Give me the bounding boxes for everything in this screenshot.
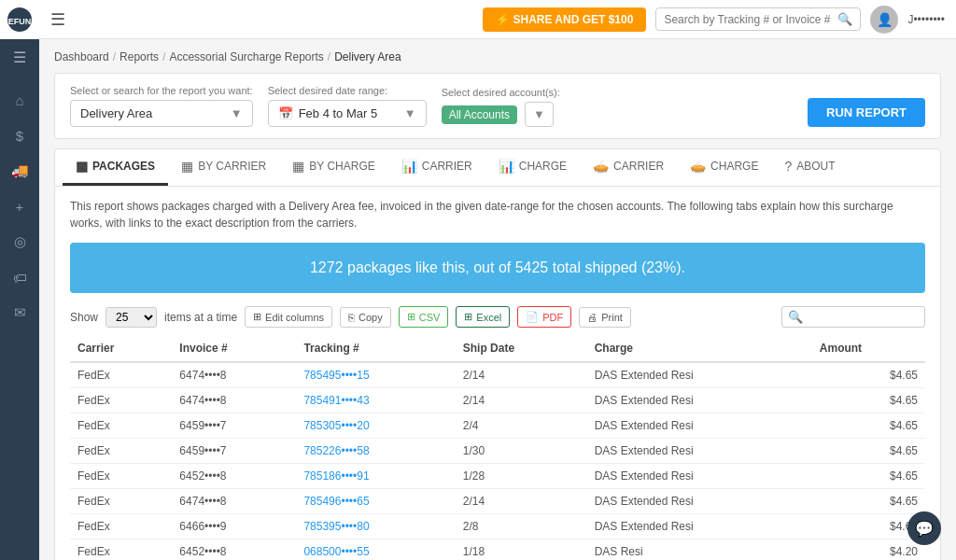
cell-tracking[interactable]: 068500••••55 [296, 539, 455, 561]
tab-carrier-pie[interactable]: 🥧 CARRIER [580, 149, 677, 186]
sidebar-item-dollar[interactable]: $ [0, 119, 39, 152]
cell-invoice: 6452••••8 [172, 539, 296, 561]
table-row: FedEx 6452••••8 785186••••91 1/28 DAS Ex… [70, 464, 925, 489]
cell-invoice: 6474••••8 [172, 489, 296, 514]
sidebar-item-circle[interactable]: ◎ [0, 225, 39, 259]
breadcrumb-sep3: / [328, 50, 330, 63]
hamburger-icon[interactable]: ☰ [0, 39, 39, 76]
excel-icon: ⊞ [464, 311, 472, 323]
sidebar-item-plus[interactable]: + [0, 189, 39, 223]
csv-icon: ⊞ [407, 311, 415, 323]
avatar[interactable]: 👤 [870, 6, 898, 34]
tab-carrier-chart[interactable]: 📊 CARRIER [388, 149, 485, 186]
sidebar-item-envelope[interactable]: ✉ [0, 296, 39, 329]
accounts-select[interactable]: All Accounts ▼ [442, 102, 560, 127]
tracking-link[interactable]: 785491••••43 [303, 394, 369, 407]
breadcrumb-accessorial[interactable]: Accessorial Surcharge Reports [169, 50, 323, 63]
cell-tracking[interactable]: 785186••••91 [296, 464, 455, 489]
chat-button[interactable]: 💬 [907, 511, 941, 545]
table-search-input[interactable] [807, 311, 919, 324]
cell-charge: DAS Extended Resi [587, 439, 812, 464]
cell-carrier: FedEx [70, 539, 172, 561]
breadcrumb-sep2: / [162, 50, 165, 63]
col-ship-date: Ship Date [456, 335, 587, 362]
table-row: FedEx 6474••••8 785496••••65 2/14 DAS Ex… [70, 489, 925, 514]
tab-about[interactable]: ? ABOUT [771, 149, 848, 186]
cell-tracking[interactable]: 785491••••43 [296, 388, 455, 413]
cell-invoice: 6474••••8 [172, 362, 296, 388]
tracking-link[interactable]: 785226••••58 [303, 444, 369, 457]
cell-tracking[interactable]: 785305••••20 [296, 413, 455, 439]
username-label: J•••••••• [907, 13, 945, 26]
tab-carrier-pie-label: CARRIER [613, 160, 664, 173]
col-tracking: Tracking # [296, 335, 455, 362]
cell-charge: DAS Extended Resi [587, 489, 812, 514]
search-icon: 🔍 [837, 12, 852, 26]
cell-charge: DAS Extended Resi [587, 388, 812, 413]
tab-by-charge[interactable]: ▦ BY CHARGE [279, 149, 387, 186]
cell-charge: DAS Extended Resi [587, 464, 812, 489]
breadcrumb-dashboard[interactable]: Dashboard [54, 50, 109, 63]
table-row: FedEx 6466••••9 785395••••80 2/8 DAS Ext… [70, 514, 925, 539]
print-icon: 🖨 [587, 312, 598, 323]
cell-charge: DAS Extended Resi [587, 413, 812, 439]
tracking-link[interactable]: 785305••••20 [303, 419, 369, 432]
tab-by-carrier[interactable]: ▦ BY CARRIER [168, 149, 279, 186]
tracking-link[interactable]: 785496••••65 [303, 495, 369, 508]
edit-columns-button[interactable]: ⊞ Edit columns [245, 306, 332, 328]
breadcrumb-reports[interactable]: Reports [120, 50, 159, 63]
cell-invoice: 6452••••8 [172, 464, 296, 489]
tracking-link[interactable]: 785495••••15 [303, 369, 369, 382]
pdf-button[interactable]: 📄 PDF [517, 306, 571, 328]
run-report-button[interactable]: RUN REPORT [808, 98, 925, 127]
tab-carrier-chart-label: CARRIER [422, 160, 472, 173]
tab-charge-chart[interactable]: 📊 CHARGE [485, 149, 580, 186]
cell-ship-date: 2/8 [456, 514, 587, 539]
sidebar-item-truck[interactable]: 🚚 [0, 154, 39, 188]
charge-pie-tab-icon: 🥧 [690, 159, 706, 174]
accounts-filter-label: Select desired account(s): [442, 87, 560, 98]
tab-charge-pie[interactable]: 🥧 CHARGE [677, 149, 771, 186]
tab-packages-label: PACKAGES [92, 160, 155, 173]
excel-button[interactable]: ⊞ Excel [456, 306, 510, 328]
cell-tracking[interactable]: 785226••••58 [296, 439, 455, 464]
cell-carrier: FedEx [70, 489, 172, 514]
tab-by-charge-label: BY CHARGE [309, 160, 374, 173]
share-button[interactable]: ⚡ SHARE AND GET $100 [483, 7, 646, 32]
all-accounts-tag[interactable]: All Accounts [442, 105, 517, 124]
report-select-value: Delivery Area [80, 106, 152, 120]
table-row: FedEx 6459••••7 785305••••20 2/4 DAS Ext… [70, 413, 925, 439]
search-input[interactable] [664, 13, 832, 26]
cell-invoice: 6459••••7 [172, 413, 296, 439]
table-search-bar[interactable]: 🔍 [781, 306, 925, 328]
accounts-caret-icon[interactable]: ▼ [525, 102, 554, 127]
sidebar-item-tag[interactable]: 🏷 [0, 260, 39, 294]
accounts-filter-group: Select desired account(s): All Accounts … [442, 87, 560, 127]
tracking-link[interactable]: 785395••••80 [303, 520, 369, 533]
charge-chart-tab-icon: 📊 [499, 159, 514, 174]
report-caret-icon: ▼ [231, 106, 243, 120]
report-select[interactable]: Delivery Area ▼ [70, 100, 253, 127]
data-table: Carrier Invoice # Tracking # Ship Date C… [70, 335, 925, 560]
sidebar-logo[interactable]: REFUND [0, 0, 39, 39]
by-charge-tab-icon: ▦ [292, 159, 304, 174]
cell-charge: DAS Extended Resi [587, 362, 812, 388]
tab-packages[interactable]: ▦ PACKAGES [63, 149, 168, 186]
copy-button[interactable]: ⎘ Copy [340, 307, 391, 328]
show-select[interactable]: 25 50 100 [105, 307, 157, 328]
cell-tracking[interactable]: 785495••••15 [296, 362, 455, 388]
report-panel: This report shows packages charged with … [54, 186, 941, 560]
csv-label: CSV [419, 312, 441, 323]
table-controls: Show 25 50 100 items at a time ⊞ Edit co… [70, 306, 925, 328]
header-search-bar[interactable]: 🔍 [655, 7, 861, 31]
tracking-link[interactable]: 785186••••91 [303, 469, 369, 483]
cell-tracking[interactable]: 785395••••80 [296, 514, 455, 539]
header: ☰ ⚡ SHARE AND GET $100 🔍 👤 J•••••••• [39, 0, 956, 39]
tracking-link[interactable]: 068500••••55 [303, 545, 369, 558]
cell-tracking[interactable]: 785496••••65 [296, 489, 455, 514]
header-hamburger-icon[interactable]: ☰ [50, 9, 65, 30]
date-select[interactable]: 📅 Feb 4 to Mar 5 ▼ [268, 100, 427, 127]
csv-button[interactable]: ⊞ CSV [399, 306, 449, 328]
print-button[interactable]: 🖨 Print [579, 307, 631, 328]
sidebar-item-home[interactable]: ⌂ [0, 83, 39, 117]
